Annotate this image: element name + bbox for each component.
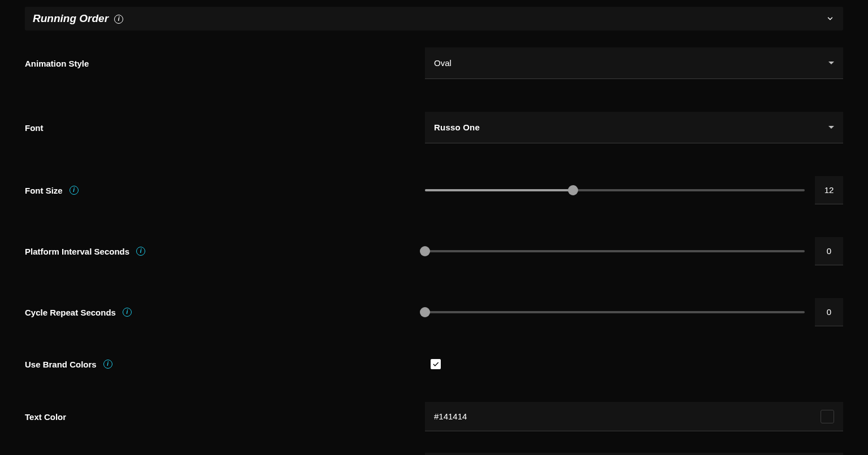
info-icon[interactable] xyxy=(103,360,112,369)
row-animation-style: Animation Style Oval xyxy=(25,47,843,79)
input-platform-interval[interactable]: 0 xyxy=(815,237,843,265)
slider-thumb[interactable] xyxy=(420,307,430,317)
input-value: 12 xyxy=(824,185,834,195)
row-use-brand-colors: Use Brand Colors xyxy=(25,359,843,369)
color-value: #141414 xyxy=(434,412,467,421)
label-animation-style: Animation Style xyxy=(25,59,89,68)
input-text-color[interactable]: #141414 xyxy=(425,402,843,431)
label-platform-interval: Platform Interval Seconds xyxy=(25,247,129,256)
input-font-size[interactable]: 12 xyxy=(815,176,843,204)
input-value: 0 xyxy=(827,307,831,317)
select-value: Russo One xyxy=(434,123,480,132)
row-cycle-repeat: Cycle Repeat Seconds 0 xyxy=(25,298,843,326)
slider-fill xyxy=(425,189,573,191)
input-value: 0 xyxy=(827,246,831,256)
row-platform-interval: Platform Interval Seconds 0 xyxy=(25,237,843,265)
label-text-color: Text Color xyxy=(25,412,66,422)
info-icon[interactable] xyxy=(123,308,132,317)
input-cycle-repeat[interactable]: 0 xyxy=(815,298,843,326)
label-font: Font xyxy=(25,123,43,133)
label-font-size: Font Size xyxy=(25,186,63,195)
dropdown-caret-icon xyxy=(828,60,834,66)
info-icon[interactable] xyxy=(114,15,123,24)
info-icon[interactable] xyxy=(136,247,145,256)
label-use-brand-colors: Use Brand Colors xyxy=(25,360,97,369)
label-cycle-repeat: Cycle Repeat Seconds xyxy=(25,308,116,317)
row-text-color: Text Color #141414 xyxy=(25,402,843,431)
color-swatch[interactable] xyxy=(821,410,834,423)
row-icon-color: Icon Color #FFFFFF xyxy=(25,453,843,455)
section-title: Running Order xyxy=(33,12,108,25)
slider-font-size[interactable] xyxy=(425,189,805,191)
select-value: Oval xyxy=(434,58,452,68)
slider-thumb[interactable] xyxy=(568,185,578,195)
slider-platform-interval[interactable] xyxy=(425,250,805,252)
select-font[interactable]: Russo One xyxy=(425,112,843,143)
section-header[interactable]: Running Order xyxy=(25,7,843,30)
row-font-size: Font Size 12 xyxy=(25,176,843,204)
chevron-down-icon[interactable] xyxy=(825,14,835,24)
info-icon[interactable] xyxy=(70,186,79,195)
dropdown-caret-icon xyxy=(828,125,834,130)
row-font: Font Russo One xyxy=(25,112,843,143)
slider-cycle-repeat[interactable] xyxy=(425,311,805,313)
slider-thumb[interactable] xyxy=(420,246,430,256)
select-animation-style[interactable]: Oval xyxy=(425,47,843,79)
input-icon-color[interactable]: #FFFFFF xyxy=(425,453,843,455)
checkbox-use-brand-colors[interactable] xyxy=(431,359,441,369)
